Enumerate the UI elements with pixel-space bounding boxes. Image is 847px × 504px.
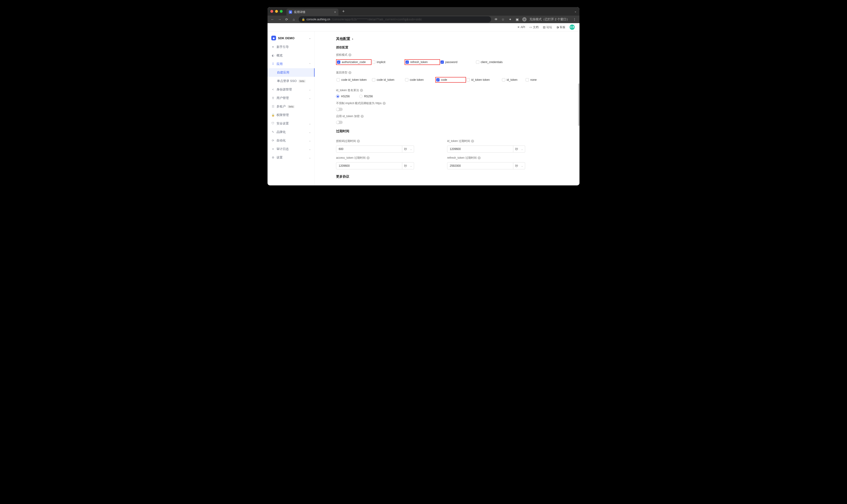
header-link-docs[interactable]: ▭文档 — [529, 25, 539, 29]
unit-select[interactable]: 秒⌄ — [402, 162, 414, 169]
sidebar-icon: ⚙ — [271, 156, 275, 159]
sidebar-icon: ⠿ — [271, 62, 275, 66]
checkbox-authorization-code[interactable]: ✓authorization_code — [336, 59, 371, 65]
sidebar-item-guide[interactable]: ✦新手引导 — [267, 43, 315, 51]
collapse-icon[interactable]: ▲ — [352, 38, 354, 40]
checkbox-client-credentials[interactable]: client_credentials — [476, 59, 511, 65]
help-icon[interactable]: ? — [348, 53, 351, 56]
sidebar-item-security[interactable]: ⛉安全设置⌄ — [267, 119, 315, 128]
reload-button[interactable]: ⟳ — [284, 17, 289, 21]
sidebar-item-label: 自动化 — [277, 139, 286, 143]
checkbox-refresh-token[interactable]: ✓refresh_token — [405, 59, 440, 65]
unit-select[interactable]: 秒⌄ — [513, 145, 525, 152]
tabs-chevron-down-icon[interactable]: ⌄ — [574, 10, 577, 13]
checkbox-label: code id_token token — [341, 78, 367, 82]
sidebar-item-label: 单点登录 SSO — [277, 79, 297, 83]
maximize-window-icon[interactable] — [280, 10, 283, 13]
refreshtoken-expire-field[interactable] — [447, 162, 513, 169]
checkbox-code-id-token-token[interactable]: code id_token token — [336, 77, 371, 83]
sidebar-item-audit[interactable]: ≡审计日志⌄ — [267, 145, 315, 153]
checkbox-id-token-token[interactable]: id_token token — [466, 77, 501, 83]
scrollbar-track[interactable] — [578, 31, 580, 185]
tab-title: 应用详情 — [294, 10, 305, 14]
chevron-down-icon: ⌄ — [410, 165, 412, 167]
kebab-menu-icon[interactable]: ⋮ — [572, 17, 577, 21]
lock-icon: 🔒 — [302, 18, 305, 21]
bookmark-icon[interactable]: ☆ — [501, 17, 505, 21]
idtoken-expire-field[interactable] — [447, 145, 513, 152]
back-button[interactable]: ← — [270, 17, 275, 21]
help-icon[interactable]: ? — [348, 71, 351, 74]
radio-hs256[interactable]: HS256 — [336, 95, 350, 98]
chevron-down-icon: ⌄ — [410, 148, 412, 150]
checkbox-id-token[interactable]: id_token — [501, 77, 525, 83]
checkbox-icon — [526, 78, 529, 82]
checkbox-implicit[interactable]: implicit — [371, 59, 405, 65]
checkbox-code-id-token[interactable]: code id_token — [371, 77, 405, 83]
minimize-window-icon[interactable] — [275, 10, 278, 13]
checkbox-code[interactable]: ✓code — [435, 77, 466, 83]
sidebar-item-label: 设置 — [277, 156, 283, 160]
chevron-icon: ⌄ — [309, 122, 311, 125]
help-icon[interactable]: ? — [383, 102, 386, 105]
no-force-https-toggle[interactable] — [336, 108, 343, 111]
close-tab-icon[interactable]: × — [334, 10, 336, 14]
sidebar-icon: ✎ — [271, 130, 275, 134]
scrollbar-thumb[interactable] — [578, 83, 580, 126]
sidebar-item-apps-self[interactable]: 自建应用 — [267, 68, 315, 77]
checkbox-code-token[interactable]: code token — [405, 77, 435, 83]
help-icon[interactable]: ? — [360, 89, 363, 92]
traffic-lights[interactable] — [270, 10, 283, 13]
eye-off-icon[interactable]: 👁 — [494, 17, 498, 21]
idtoken-expire-input: 秒⌄ — [447, 145, 525, 152]
square-icon[interactable]: ▣ — [515, 17, 519, 21]
browser-tab[interactable]: ◈ 应用详情 × — [286, 8, 338, 16]
sidebar-item-apps-sso[interactable]: 单点登录 SSObeta — [267, 77, 315, 85]
avatar[interactable]: 程勇 — [569, 24, 575, 30]
header-link-support[interactable]: ◑客服 — [556, 25, 565, 29]
sidebar-item-label: 权限管理 — [277, 113, 289, 117]
forward-button[interactable]: → — [278, 17, 282, 21]
checkbox-icon — [337, 78, 340, 82]
app-header: ✕API ▭文档 ▤论坛 ◑客服 程勇 — [267, 23, 580, 31]
address-bar-right: 👁 ☆ ✦ ▣ ㊙ 无痕模式（已打开 2 个窗口） ⋮ — [494, 17, 577, 21]
help-icon[interactable]: ? — [360, 115, 364, 118]
enable-idtoken-enc-toggle[interactable] — [336, 121, 343, 124]
unit-select[interactable]: 秒⌄ — [513, 162, 525, 169]
sidebar-icon: ≡ — [271, 147, 275, 151]
book-icon: ▭ — [529, 25, 532, 29]
sidebar-item-tenant[interactable]: ☷多租户beta — [267, 102, 315, 111]
close-window-icon[interactable] — [270, 10, 273, 13]
help-icon[interactable]: ? — [367, 156, 370, 159]
help-icon[interactable]: ? — [471, 140, 474, 143]
sidebar-item-overview[interactable]: ◐概览 — [267, 51, 315, 60]
sidebar-item-label: 用户管理 — [277, 96, 289, 100]
header-link-api[interactable]: ✕API — [517, 25, 525, 29]
extensions-icon[interactable]: ✦ — [508, 17, 512, 21]
checkbox-none[interactable]: none — [525, 77, 549, 83]
app-switcher[interactable]: ◈ SDK DEMO ⌄ — [267, 33, 315, 43]
sidebar-item-brand[interactable]: ✎品牌化⌄ — [267, 128, 315, 136]
help-icon[interactable]: ? — [478, 156, 481, 159]
sidebar-item-apps[interactable]: ⠿应用⌃ — [267, 60, 315, 68]
url-input[interactable]: 🔒 console.authing.cn /console/app/62b***… — [299, 16, 491, 22]
sidebar-icon: ☷ — [271, 105, 275, 108]
sidebar-item-idp[interactable]: <身份源管理⌄ — [267, 85, 315, 94]
help-icon[interactable]: ? — [357, 140, 360, 143]
sidebar-icon: ◐ — [271, 54, 275, 57]
home-button[interactable]: ⌂ — [292, 17, 296, 21]
sidebar-item-auto[interactable]: ⟳自动化⌄ — [267, 136, 315, 145]
new-tab-button[interactable]: + — [340, 9, 347, 14]
header-link-forum[interactable]: ▤论坛 — [543, 25, 552, 29]
main-content: 其他配置 ▲ 授权配置 授权模式 ? ✓authorization_codeim… — [315, 31, 580, 185]
sidebar-item-settings[interactable]: ⚙设置⌄ — [267, 153, 315, 162]
radio-rs256[interactable]: RS256 — [359, 95, 402, 98]
authcode-expire-field[interactable] — [336, 145, 402, 152]
checkbox-password[interactable]: ✓password — [440, 59, 476, 65]
accesstoken-expire-field[interactable] — [336, 162, 402, 169]
refreshtoken-expire-input: 秒⌄ — [447, 162, 525, 169]
sidebar-item-users[interactable]: ⚲用户管理⌄ — [267, 94, 315, 102]
beta-badge: beta — [299, 79, 305, 83]
sidebar-item-perm[interactable]: 🔒权限管理 — [267, 111, 315, 119]
unit-select[interactable]: 秒⌄ — [402, 145, 414, 152]
